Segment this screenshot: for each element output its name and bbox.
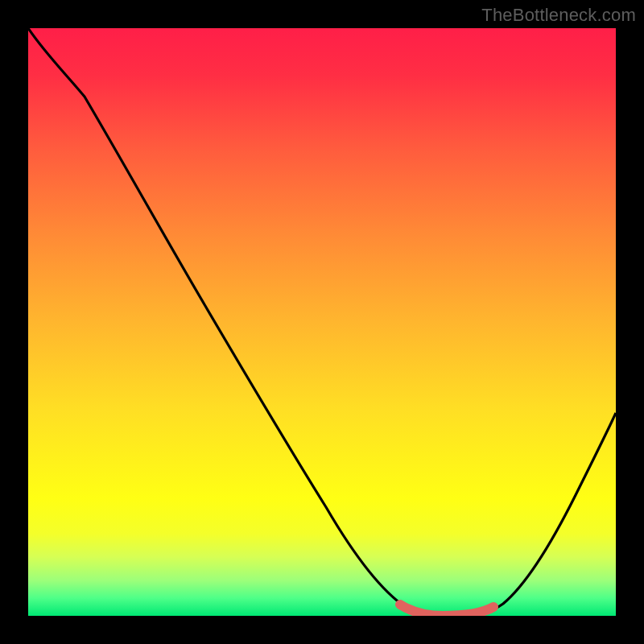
highlight-path <box>400 605 493 616</box>
chart-stage: TheBottleneck.com <box>0 0 644 644</box>
watermark-text: TheBottleneck.com <box>481 5 636 26</box>
plot-area <box>28 28 616 616</box>
optimal-range-highlight <box>28 28 616 616</box>
